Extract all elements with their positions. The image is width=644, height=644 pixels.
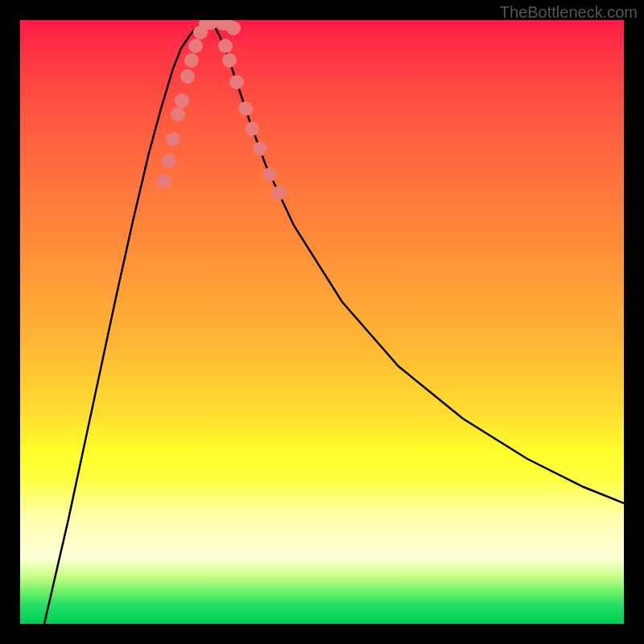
right-curve [209,20,624,503]
scatter-point [222,53,237,68]
scatter-point [229,75,244,89]
scatter-point [180,69,195,84]
chart-container: TheBottleneck.com [0,0,644,644]
scatter-point [175,93,189,108]
scatter-point [245,122,259,136]
scatter-point [171,107,185,122]
scatter-point [188,39,203,53]
scatter-point [218,39,233,53]
scatter-point [184,53,199,68]
scatter-point [253,142,267,156]
chart-svg [20,20,624,624]
scatter-point [162,154,176,168]
scatter-point [271,186,286,200]
scatter-point [156,174,171,188]
scatter-point [166,132,180,147]
scatter-point [238,101,253,116]
scatter-point [262,167,277,182]
watermark-text: TheBottleneck.com [500,3,638,22]
left-curve [44,20,209,624]
curve-group [44,20,624,624]
scatter-point [226,21,241,35]
scatter-points [156,20,286,200]
